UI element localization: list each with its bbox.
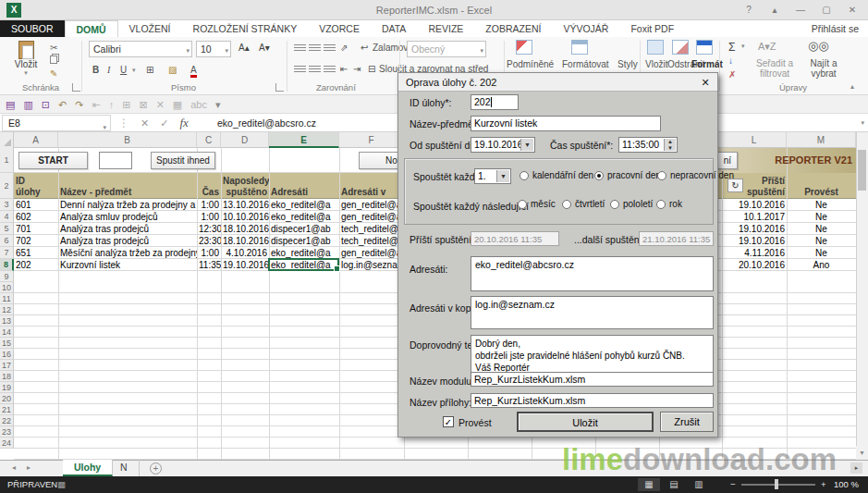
body-textarea[interactable]: Dobrý den, obdrželi jste pravidelné hláš… bbox=[471, 335, 714, 375]
redo-icon[interactable]: ↷ bbox=[75, 96, 83, 113]
zoom-slider-thumb[interactable] bbox=[775, 479, 778, 489]
page-break-view-button[interactable]: ▥ bbox=[688, 478, 710, 491]
radio-měsíc[interactable]: měsíc bbox=[518, 199, 556, 209]
table-cell[interactable]: 18.10.2016 bbox=[221, 235, 269, 247]
execute-checkbox[interactable]: ✓ bbox=[443, 416, 454, 427]
zoom-slider-track[interactable] bbox=[741, 484, 815, 486]
copy-icon[interactable] bbox=[50, 55, 57, 64]
print-preview-icon[interactable]: ⊡ bbox=[42, 96, 50, 113]
format-as-table-button[interactable]: Formátovat bbox=[562, 59, 609, 69]
close-button[interactable]: ✕ bbox=[840, 2, 864, 18]
decrease-indent-button[interactable]: ⇤ bbox=[340, 64, 348, 74]
table-cell[interactable]: Měsíční analýza tržeb za prodejny a kom bbox=[58, 247, 197, 259]
font-size-combo[interactable]: 10▾ bbox=[196, 41, 231, 57]
save-button[interactable]: Uložit bbox=[517, 412, 654, 432]
column-header-A[interactable]: A bbox=[14, 132, 58, 148]
number-format-combo[interactable]: Obecný▾ bbox=[407, 41, 486, 57]
column-header-B[interactable]: B bbox=[58, 132, 197, 148]
table-cell[interactable]: eko_reditel@a bbox=[269, 211, 339, 223]
radio-icon[interactable] bbox=[520, 171, 529, 180]
table-cell[interactable]: 651 bbox=[14, 247, 58, 259]
row-header-10[interactable]: 10 bbox=[0, 282, 14, 293]
ribbon-tab-foxit-pdf[interactable]: Foxit PDF bbox=[619, 20, 685, 37]
wrap-text-icon[interactable]: ↩ bbox=[361, 43, 368, 53]
table-cell[interactable]: Ano bbox=[787, 259, 856, 271]
align-left-icon[interactable] bbox=[294, 66, 306, 74]
radio-icon[interactable] bbox=[594, 171, 604, 180]
dialog-close-button[interactable]: ✕ bbox=[697, 75, 714, 90]
row-header-14[interactable]: 14 bbox=[0, 327, 14, 338]
enter-entry-button[interactable]: ✓ bbox=[160, 117, 168, 129]
header-cell[interactable]: Adresáti v kopii bbox=[339, 173, 404, 199]
insert-cells-icon[interactable]: ⊞ bbox=[122, 96, 130, 113]
sheet-nav-left[interactable]: ◂ bbox=[7, 460, 20, 476]
table-cell[interactable]: log.in@seznam bbox=[339, 259, 404, 271]
row-header-19[interactable]: 19 bbox=[0, 382, 14, 393]
table-cell[interactable]: 602 bbox=[14, 211, 58, 223]
chevron-down-icon[interactable]: ▼ bbox=[520, 139, 533, 151]
table-cell[interactable]: Ne bbox=[787, 235, 856, 247]
vertical-scroll-thumb[interactable] bbox=[858, 150, 866, 191]
collapse-ribbon-button[interactable]: ▴ bbox=[850, 82, 854, 91]
run-now-button[interactable]: Spustit ihned bbox=[151, 152, 215, 169]
radio-icon[interactable] bbox=[657, 171, 666, 180]
table-cell[interactable]: Analýza tras prodejců bbox=[58, 223, 197, 235]
module-input[interactable]: Rep_KurzListekKum.xlsm bbox=[471, 372, 714, 387]
cell-styles-button[interactable]: Styly bbox=[617, 59, 638, 69]
header-cell[interactable]: Naposledy spuštěno bbox=[221, 173, 269, 199]
table-cell[interactable]: 11:35 bbox=[197, 259, 221, 271]
table-cell[interactable]: Analýza smluv prodejců bbox=[58, 211, 197, 223]
spin-down-icon[interactable]: ▼ bbox=[665, 145, 676, 152]
row-header-6[interactable]: 6 bbox=[0, 235, 14, 247]
fill-button[interactable]: ↓ bbox=[728, 55, 733, 66]
align-middle-icon[interactable] bbox=[309, 44, 321, 53]
radio-icon[interactable] bbox=[518, 200, 527, 209]
ribbon-tab-rozložení-stránky[interactable]: ROZLOŽENÍ STRÁNKY bbox=[182, 20, 309, 37]
table-cell[interactable]: Denní nalýza tržeb za prodejny a komod bbox=[58, 199, 197, 211]
start-button[interactable]: START bbox=[18, 152, 88, 169]
header-cell[interactable]: Čas bbox=[197, 173, 221, 199]
row-header-7[interactable]: 7 bbox=[0, 247, 14, 259]
clipboard-dialog-launcher[interactable] bbox=[72, 83, 80, 92]
table-cell[interactable]: 18.10.2016 bbox=[221, 223, 269, 235]
table-cell[interactable]: 19.10.2016 bbox=[221, 259, 269, 271]
align-bottom-icon[interactable] bbox=[324, 44, 336, 53]
shrink-font-button[interactable]: A▾ bbox=[259, 43, 270, 53]
every-combo[interactable]: 1. ▼ bbox=[474, 168, 511, 184]
undo-icon[interactable]: ↶ bbox=[58, 96, 67, 113]
format-as-table-icon[interactable] bbox=[571, 40, 588, 55]
paste-special-icon[interactable]: ▦ bbox=[173, 96, 182, 113]
from-date-combo[interactable]: 19.10.2016 ▼ bbox=[471, 137, 535, 153]
insert-copied-icon[interactable]: ⇤ bbox=[92, 96, 100, 113]
restore-button[interactable]: ▢ bbox=[814, 2, 838, 18]
row-header-1[interactable]: 1 bbox=[0, 148, 14, 173]
table-cell[interactable]: gen_reditel@ab bbox=[339, 199, 404, 211]
table-cell[interactable]: Ne bbox=[787, 199, 856, 211]
table-cell[interactable]: dispecer1@ab bbox=[269, 235, 339, 247]
add-sheet-button[interactable]: + bbox=[150, 462, 162, 475]
cancel-button[interactable]: Zrušit bbox=[660, 412, 714, 432]
formula-splitter[interactable]: ⋮ bbox=[118, 117, 129, 129]
radio-pololetí[interactable]: pololetí bbox=[610, 199, 653, 209]
header-cell[interactable]: ID úlohy bbox=[14, 173, 58, 199]
sort-filter-button[interactable]: Seřadit a filtrovat bbox=[753, 58, 796, 79]
table-cell[interactable]: 601 bbox=[14, 199, 58, 211]
table-cell[interactable]: 10.10.2016 bbox=[221, 211, 269, 223]
format-cells-icon[interactable] bbox=[696, 40, 713, 55]
sign-in-link[interactable]: Přihlásit se bbox=[812, 20, 859, 37]
row-header-3[interactable]: 3 bbox=[0, 199, 14, 211]
row-header-12[interactable]: 12 bbox=[0, 304, 14, 315]
ribbon-tab-domů[interactable]: DOMŮ bbox=[65, 20, 118, 37]
merge-center-icon[interactable]: ⊟ bbox=[368, 64, 375, 74]
macro-record-icon[interactable]: ▦ bbox=[57, 476, 66, 493]
spin-up-icon[interactable]: ▲ bbox=[665, 139, 676, 145]
format-cells-button[interactable]: Formát bbox=[691, 59, 723, 69]
recipients-textarea[interactable]: eko_reditel@abcsro.cz bbox=[471, 256, 714, 291]
row-header-4[interactable]: 4 bbox=[0, 211, 14, 223]
name-box[interactable]: E8 ▾ bbox=[2, 115, 111, 131]
table-cell[interactable]: 10.1.2017 bbox=[722, 211, 787, 223]
save-as-icon[interactable]: ▥ bbox=[23, 96, 32, 113]
font-name-combo[interactable]: Calibri▾ bbox=[89, 41, 192, 57]
table-cell[interactable]: Ne bbox=[787, 247, 856, 259]
table-cell[interactable]: 702 bbox=[14, 235, 58, 247]
